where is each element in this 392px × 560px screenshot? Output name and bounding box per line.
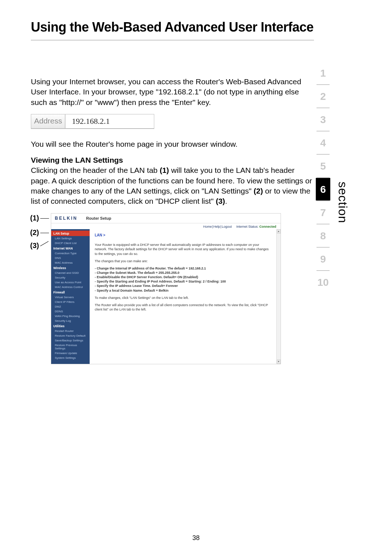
panel-bullet: - Enable/Disable the DHCP Server Functio… bbox=[95, 275, 271, 279]
sidebar-item[interactable]: WAN Ping Blocking bbox=[51, 314, 90, 318]
intro-paragraph: Using your Internet browser, you can acc… bbox=[31, 77, 314, 107]
panel-bullet: - Specify the Starting and Ending IP Poo… bbox=[95, 279, 271, 284]
scroll-down-icon[interactable]: ▼ bbox=[277, 360, 281, 364]
panel-bullet: - Specify a local Domain Name. Default =… bbox=[95, 288, 271, 293]
sidebar-item[interactable]: Connection Type bbox=[51, 251, 90, 256]
page-title: Using the Web-Based Advanced User Interf… bbox=[31, 20, 314, 35]
sidebar-item[interactable]: LAN Settings bbox=[51, 236, 90, 241]
link-home[interactable]: Home bbox=[203, 225, 212, 228]
panel-bullet: - Change the Subnet Mask. The default = … bbox=[95, 271, 271, 275]
panel-bullet: - Change the Internal IP address of the … bbox=[95, 266, 271, 271]
sidebar-item[interactable]: Restart Router bbox=[51, 329, 90, 333]
address-label: Address bbox=[31, 114, 65, 128]
panel-text: Your Router is equipped with a DHCP serv… bbox=[95, 243, 271, 256]
section-nav-10[interactable]: 10 bbox=[316, 271, 330, 293]
sidebar-item[interactable]: Wireless bbox=[51, 265, 90, 271]
link-logout[interactable]: Logout bbox=[222, 225, 232, 228]
section-label: section bbox=[336, 182, 350, 223]
sub-heading-lan-settings: Viewing the LAN Settings bbox=[31, 156, 314, 165]
sidebar-item[interactable]: System Settings bbox=[51, 356, 90, 360]
sidebar-item[interactable]: Firewall bbox=[51, 289, 90, 295]
status-label: Internet Status: bbox=[236, 225, 258, 228]
sidebar-item[interactable]: Firmware Update bbox=[51, 351, 90, 356]
shot-header: BELKIN. Router Setup bbox=[51, 214, 281, 223]
router-screenshot: (1) (2) (3) BELKIN. Router Setup Home|He… bbox=[31, 213, 314, 364]
link-help[interactable]: Help bbox=[213, 225, 220, 228]
sidebar-item[interactable]: Internet WAN bbox=[51, 245, 90, 251]
breadcrumb[interactable]: LAN > bbox=[95, 233, 271, 238]
brand-logo: BELKIN bbox=[55, 216, 78, 221]
sidebar-item[interactable]: Channel and SSID bbox=[51, 271, 90, 275]
section-nav-4[interactable]: 4 bbox=[316, 131, 330, 154]
section-nav: 1 2 3 4 5 6 7 8 9 10 bbox=[316, 62, 330, 293]
sidebar-item[interactable]: LAN Setup bbox=[51, 231, 90, 236]
section-nav-7[interactable]: 7 bbox=[316, 201, 330, 224]
sidebar-item[interactable]: Restore Previous Settings bbox=[51, 343, 90, 351]
scrollbar[interactable]: ▲ ▼ bbox=[276, 229, 281, 364]
section-nav-3[interactable]: 3 bbox=[316, 108, 330, 131]
shot-sidebar: LAN Setup LAN Settings DHCP Client List … bbox=[51, 229, 90, 364]
sidebar-item[interactable]: Security Log bbox=[51, 318, 90, 323]
section-nav-5[interactable]: 5 bbox=[316, 155, 330, 177]
callout-2: (2) bbox=[30, 228, 39, 237]
callout-1: (1) bbox=[30, 214, 39, 222]
sidebar-item[interactable]: DDNS bbox=[51, 309, 90, 314]
intro-paragraph-2: You will see the Router's home page in y… bbox=[31, 139, 314, 149]
sidebar-item[interactable]: Utilities bbox=[51, 323, 90, 329]
lan-settings-paragraph: Clicking on the header of the LAN tab (1… bbox=[31, 165, 314, 206]
sidebar-item[interactable]: Use as Access Point bbox=[51, 280, 90, 285]
section-nav-1[interactable]: 1 bbox=[316, 62, 330, 84]
sidebar-item[interactable]: DHCP Client List bbox=[51, 241, 90, 245]
panel-text: To make changes, click "LAN Settings" on… bbox=[95, 296, 271, 300]
shot-panel: LAN > Your Router is equipped with a DHC… bbox=[90, 229, 276, 364]
sidebar-item[interactable]: DMZ bbox=[51, 304, 90, 309]
sidebar-item[interactable]: MAC Address Control bbox=[51, 285, 90, 289]
sidebar-item[interactable]: Restore Factory Default bbox=[51, 333, 90, 338]
callout-3: (3) bbox=[30, 242, 39, 250]
panel-text: The Router will also provide you with a … bbox=[95, 303, 271, 312]
panel-bullet: - Specify the IP address Lease Time. Def… bbox=[95, 284, 271, 288]
address-value: 192.168.2.1 bbox=[65, 114, 154, 128]
shot-title: Router Setup bbox=[86, 216, 111, 220]
section-nav-9[interactable]: 9 bbox=[316, 248, 330, 270]
shot-top-links: Home|Help|Logout Internet Status: Connec… bbox=[51, 223, 281, 229]
page-number: 38 bbox=[0, 534, 392, 542]
address-bar: Address 192.168.2.1 bbox=[31, 114, 154, 129]
section-nav-6[interactable]: 6 bbox=[316, 178, 330, 200]
sidebar-item[interactable]: Virtual Servers bbox=[51, 295, 90, 300]
sidebar-item[interactable]: DNS bbox=[51, 256, 90, 260]
sidebar-item[interactable]: Security bbox=[51, 275, 90, 280]
section-nav-2[interactable]: 2 bbox=[316, 85, 330, 107]
scroll-up-icon[interactable]: ▲ bbox=[277, 229, 281, 234]
section-nav-8[interactable]: 8 bbox=[316, 224, 330, 247]
panel-text: The changes that you can make are: bbox=[95, 259, 271, 263]
sidebar-item[interactable]: MAC Address bbox=[51, 260, 90, 265]
sidebar-item[interactable]: Client IP Filters bbox=[51, 300, 90, 304]
status-value: Connected bbox=[259, 225, 276, 228]
sidebar-item[interactable]: Save/Backup Settings bbox=[51, 338, 90, 343]
